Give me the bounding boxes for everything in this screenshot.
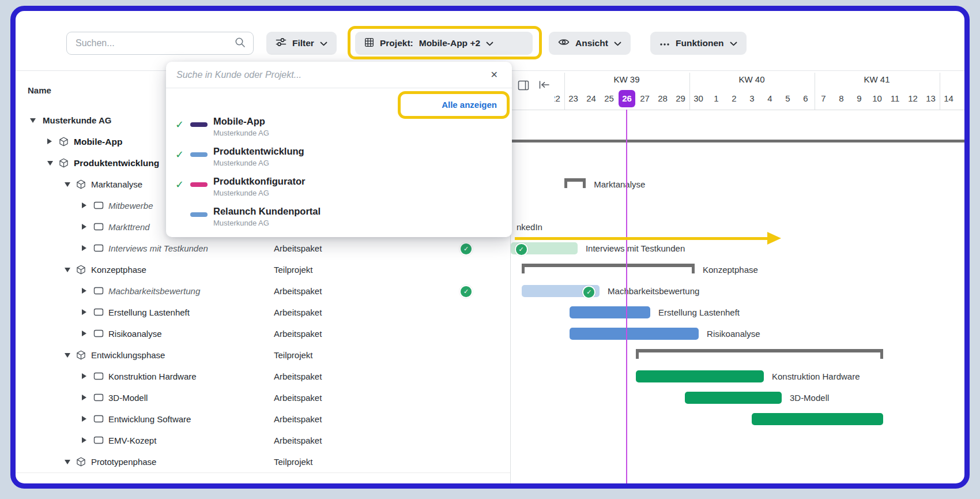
table-row[interactable]: PrototypenphaseTeilprojekt	[16, 451, 510, 473]
functions-label: Funktionen	[676, 38, 724, 48]
row-name: Musterkunde AG	[43, 110, 111, 131]
row-name: Produktentwicklung	[74, 152, 159, 174]
caret-collapsed-icon[interactable]	[82, 416, 86, 422]
bar-label: nkedIn	[517, 221, 542, 233]
project-option[interactable]: ✓ProduktentwicklungMusterkunde AG	[166, 145, 512, 175]
package-icon	[93, 329, 104, 339]
ellipsis-icon	[659, 38, 670, 48]
screen: Filter Projekt: Mobile-App +2	[0, 0, 980, 499]
table-row[interactable]: KonzeptphaseTeilprojekt	[16, 259, 510, 281]
day-label: 13	[922, 90, 940, 107]
show-all-link[interactable]: Alle anzeigen	[442, 100, 497, 110]
table-row[interactable]: Konstruktion HardwareArbeitspaket	[16, 366, 510, 388]
project-dropdown-panel: ✕ Alle anzeigen ✓Mobile-AppMusterkunde A…	[166, 62, 512, 237]
caret-collapsed-icon[interactable]	[82, 309, 86, 315]
summary-line[interactable]	[511, 140, 964, 142]
summary-bracket[interactable]	[636, 349, 883, 352]
task-bar[interactable]	[752, 413, 883, 425]
week-label: KW 41	[864, 74, 889, 84]
summary-bracket[interactable]	[564, 178, 586, 182]
project-option[interactable]: Relaunch KundenportalMusterkunde AG	[166, 205, 512, 235]
project-filter-button[interactable]: Projekt: Mobile-App +2	[355, 32, 533, 55]
caret-collapsed-icon[interactable]	[82, 395, 86, 400]
bar-label: Konzeptphase	[703, 264, 758, 276]
table-row[interactable]: Interviews mit TestkundenArbeitspaket✓	[16, 238, 510, 260]
bar-label: Konstruktion Hardware	[772, 370, 860, 382]
caret-collapsed-icon[interactable]	[82, 373, 86, 379]
summary-bracket[interactable]	[522, 264, 695, 267]
task-bar[interactable]	[685, 392, 782, 404]
done-check-icon: ✓	[459, 285, 473, 298]
project-option[interactable]: ✓ProduktkonfiguratorMusterkunde AG	[166, 175, 512, 205]
today-day-badge: 26	[619, 90, 635, 107]
table-row[interactable]: EMV-KozeptArbeitspaket	[16, 430, 510, 452]
table-row[interactable]: Entwicklung SoftwareArbeitspaket	[16, 408, 510, 430]
table-row[interactable]: MachbarkeitsbewertungArbeitspaket✓	[16, 280, 510, 302]
dropdown-search-row[interactable]: ✕	[166, 62, 512, 88]
project-option[interactable]: ✓Mobile-AppMusterkunde AG	[166, 115, 512, 145]
caret-expanded-icon[interactable]	[65, 268, 70, 272]
row-name: Risikoanalyse	[108, 323, 162, 344]
caret-collapsed-icon[interactable]	[82, 331, 86, 336]
day-label: 22	[555, 90, 564, 107]
table-row[interactable]: 3D-ModellArbeitspaket	[16, 387, 510, 409]
caret-expanded-icon[interactable]	[65, 460, 70, 464]
task-bar[interactable]	[570, 328, 699, 340]
day-label: 29	[672, 90, 689, 107]
caret-collapsed-icon[interactable]	[82, 202, 86, 208]
filter-button[interactable]: Filter	[266, 32, 337, 55]
functions-button[interactable]: Funktionen	[650, 32, 747, 55]
collapse-panel-left-icon[interactable]	[538, 80, 550, 92]
caret-expanded-icon[interactable]	[47, 161, 53, 166]
package-icon	[93, 222, 104, 232]
row-name: Markttrend	[108, 216, 150, 238]
search-input[interactable]	[74, 37, 235, 49]
done-check-icon: ✓	[459, 242, 473, 256]
project-option-name: Produktentwicklung	[213, 146, 304, 157]
caret-collapsed-icon[interactable]	[82, 288, 86, 294]
project-option-name: Relaunch Kundenportal	[213, 206, 321, 217]
cube-icon	[76, 457, 86, 467]
view-button[interactable]: Ansicht	[549, 32, 631, 55]
package-icon	[93, 372, 104, 382]
filter-icon	[276, 37, 287, 49]
package-icon	[93, 243, 104, 254]
caret-collapsed-icon[interactable]	[82, 437, 86, 443]
selected-check-icon: ✓	[175, 178, 184, 191]
chevron-down-icon	[614, 38, 621, 48]
close-icon[interactable]: ✕	[486, 67, 503, 82]
row-type: Arbeitspaket	[274, 280, 322, 302]
cube-icon	[59, 137, 69, 147]
caret-expanded-icon[interactable]	[65, 182, 70, 187]
task-bar[interactable]	[636, 370, 764, 382]
row-name: Machbarkeitsbewertung	[108, 280, 200, 302]
annotation-arrow-shaft	[515, 237, 768, 240]
row-name: Konzeptphase	[91, 259, 146, 280]
task-bar[interactable]	[570, 306, 650, 318]
panel-layout-icon[interactable]	[518, 80, 529, 93]
caret-collapsed-icon[interactable]	[82, 224, 86, 230]
table-row[interactable]: EntwicklungsphaseTeilprojekt	[16, 344, 510, 366]
project-color-chip	[190, 122, 208, 127]
day-label: 27	[636, 90, 654, 107]
gantt-timeline-header: KW 39KW 40KW 412223242526272829301234567…	[555, 73, 964, 110]
caret-expanded-icon[interactable]	[30, 118, 36, 123]
row-name: Prototypenphase	[91, 451, 156, 472]
search-box[interactable]	[66, 32, 254, 55]
row-name: Erstellung Lastenheft	[108, 302, 190, 323]
chevron-down-icon	[730, 38, 737, 48]
row-type: Arbeitspaket	[274, 430, 322, 451]
table-row[interactable]: Erstellung LastenheftArbeitspaket	[16, 302, 510, 324]
row-name: 3D-Modell	[108, 387, 148, 408]
day-label: 6	[797, 90, 815, 107]
dropdown-search-input[interactable]	[175, 69, 486, 81]
view-label: Ansicht	[575, 38, 608, 48]
bar-label: Marktanalyse	[594, 178, 645, 190]
caret-collapsed-icon[interactable]	[82, 245, 86, 251]
caret-collapsed-icon[interactable]	[47, 138, 52, 144]
day-label: 28	[654, 90, 672, 107]
project-option-subtitle: Musterkunde AG	[213, 159, 269, 167]
table-row[interactable]: RisikoanalyseArbeitspaket	[16, 323, 510, 345]
day-label: 8	[832, 90, 850, 107]
caret-expanded-icon[interactable]	[65, 353, 70, 358]
